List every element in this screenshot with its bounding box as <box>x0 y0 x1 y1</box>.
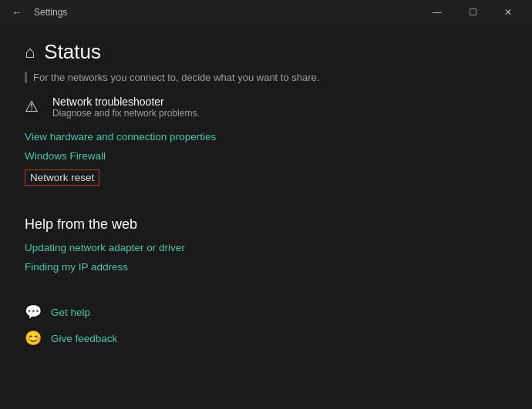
main-layout: ⌂ Status For the networks you connect to… <box>0 25 532 409</box>
content-area: ⌂ Status For the networks you connect to… <box>0 25 532 409</box>
title-bar-controls: — ☐ ✕ <box>419 0 526 25</box>
help-link-adapter[interactable]: Updating network adapter or driver <box>25 242 507 253</box>
home-icon: ⌂ <box>25 42 35 62</box>
give-feedback-icon: 😊 <box>25 330 42 347</box>
get-help-icon: 💬 <box>25 303 42 320</box>
network-troubleshooter-item: ⚠ Network troubleshooter Diagnose and fi… <box>25 96 507 119</box>
maximize-button[interactable]: ☐ <box>455 0 490 25</box>
title-bar-title: Settings <box>34 7 67 18</box>
view-hardware-link[interactable]: View hardware and connection properties <box>25 131 507 142</box>
windows-firewall-link[interactable]: Windows Firewall <box>25 150 507 162</box>
title-bar-left: ← Settings <box>6 2 67 23</box>
back-button[interactable]: ← <box>6 2 28 23</box>
page-subtitle: For the networks you connect to, decide … <box>25 72 507 83</box>
troubleshooter-title: Network troubleshooter <box>52 96 200 108</box>
network-reset-link[interactable]: Network reset <box>25 169 99 186</box>
troubleshooter-desc: Diagnose and fix network problems. <box>52 108 200 119</box>
give-feedback-item[interactable]: 😊 Give feedback <box>25 330 507 347</box>
give-feedback-link[interactable]: Give feedback <box>51 333 117 344</box>
help-from-web-section: Help from the web Updating network adapt… <box>25 216 507 273</box>
page-title: Status <box>44 40 101 64</box>
warning-icon: ⚠ <box>25 97 42 116</box>
close-button[interactable]: ✕ <box>490 0 526 25</box>
get-help-item[interactable]: 💬 Get help <box>25 303 507 320</box>
page-title-row: ⌂ Status <box>25 40 507 64</box>
help-link-ip[interactable]: Finding my IP address <box>25 261 507 273</box>
minimize-button[interactable]: — <box>419 0 455 25</box>
bottom-links-section: 💬 Get help 😊 Give feedback <box>25 303 507 347</box>
title-bar: ← Settings — ☐ ✕ <box>0 0 532 25</box>
help-section-title: Help from the web <box>25 216 507 233</box>
get-help-link[interactable]: Get help <box>51 307 90 318</box>
